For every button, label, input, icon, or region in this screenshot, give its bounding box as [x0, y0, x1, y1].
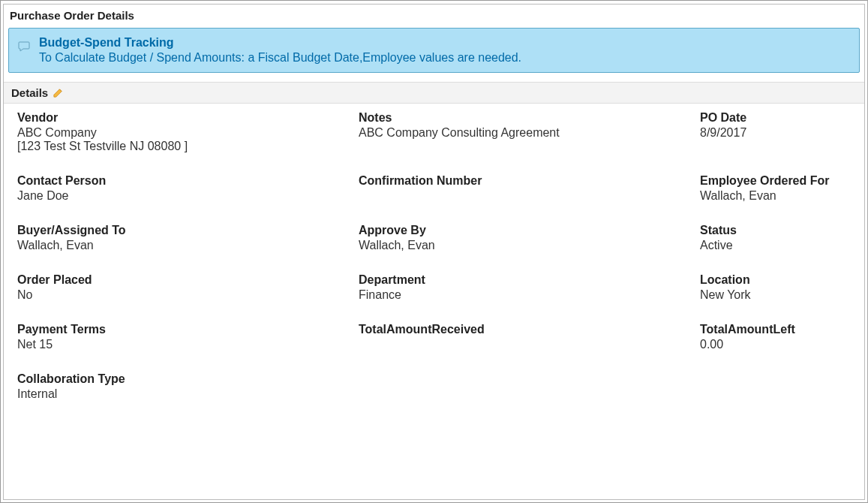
- alert-budget-spend: Budget-Spend Tracking To Calculate Budge…: [8, 28, 860, 73]
- label-buyer-assigned-to: Buyer/Assigned To: [17, 224, 359, 237]
- field-payment-terms: Payment Terms Net 15: [17, 323, 359, 351]
- pencil-edit-icon[interactable]: [53, 87, 64, 98]
- field-vendor: Vendor ABC Company [123 Test St Testvill…: [17, 111, 359, 153]
- field-buyer-assigned-to: Buyer/Assigned To Wallach, Evan: [17, 224, 359, 252]
- value-order-placed: No: [17, 288, 359, 302]
- value-buyer-assigned-to: Wallach, Evan: [17, 239, 359, 252]
- field-department: Department Finance: [359, 273, 700, 302]
- field-order-placed: Order Placed No: [17, 273, 359, 302]
- label-payment-terms: Payment Terms: [17, 323, 359, 336]
- details-header-label: Details: [11, 86, 48, 99]
- details-section-header: Details: [4, 82, 864, 104]
- value-contact-person: Jane Doe: [17, 189, 359, 203]
- value-status: Active: [700, 239, 851, 252]
- alert-message: To Calculate Budget / Spend Amounts: a F…: [39, 51, 850, 65]
- label-confirmation-number: Confirmation Number: [359, 174, 700, 188]
- label-vendor: Vendor: [17, 111, 359, 125]
- value-collaboration-type: Internal: [17, 387, 359, 401]
- label-po-date: PO Date: [700, 111, 851, 125]
- value-department: Finance: [359, 288, 700, 302]
- value-employee-ordered-for: Wallach, Evan: [700, 189, 851, 203]
- field-po-date: PO Date 8/9/2017: [700, 111, 851, 153]
- label-status: Status: [700, 224, 851, 237]
- field-collaboration-type: Collaboration Type Internal: [17, 372, 359, 401]
- field-status: Status Active: [700, 224, 851, 252]
- speech-bubble-icon: [18, 41, 30, 53]
- field-total-amount-received: TotalAmountReceived: [359, 323, 700, 351]
- value-vendor-address: [123 Test St Testville NJ 08080 ]: [17, 140, 359, 153]
- field-confirmation-number: Confirmation Number: [359, 174, 700, 203]
- value-total-amount-left: 0.00: [700, 338, 851, 351]
- alert-title: Budget-Spend Tracking: [39, 36, 850, 50]
- label-approve-by: Approve By: [359, 224, 700, 237]
- panel-title: Purchase Order Details: [4, 5, 864, 25]
- field-employee-ordered-for: Employee Ordered For Wallach, Evan: [700, 174, 851, 203]
- details-grid: Vendor ABC Company [123 Test St Testvill…: [4, 104, 864, 401]
- label-contact-person: Contact Person: [17, 174, 359, 188]
- field-notes: Notes ABC Company Consulting Agreement: [359, 111, 700, 153]
- field-contact-person: Contact Person Jane Doe: [17, 174, 359, 203]
- label-department: Department: [359, 273, 700, 287]
- label-notes: Notes: [359, 111, 700, 125]
- field-location: Location New York: [700, 273, 851, 302]
- label-total-amount-left: TotalAmountLeft: [700, 323, 851, 336]
- field-total-amount-left: TotalAmountLeft 0.00: [700, 323, 851, 351]
- value-payment-terms: Net 15: [17, 338, 359, 351]
- value-approve-by: Wallach, Evan: [359, 239, 700, 252]
- value-po-date: 8/9/2017: [700, 126, 851, 140]
- value-vendor: ABC Company: [17, 126, 359, 140]
- value-location: New York: [700, 288, 851, 302]
- label-collaboration-type: Collaboration Type: [17, 372, 359, 386]
- label-order-placed: Order Placed: [17, 273, 359, 287]
- empty-cell: [700, 372, 851, 401]
- empty-cell: [359, 372, 700, 401]
- label-total-amount-received: TotalAmountReceived: [359, 323, 700, 336]
- field-approve-by: Approve By Wallach, Evan: [359, 224, 700, 252]
- value-notes: ABC Company Consulting Agreement: [359, 126, 700, 140]
- label-location: Location: [700, 273, 851, 287]
- label-employee-ordered-for: Employee Ordered For: [700, 174, 851, 188]
